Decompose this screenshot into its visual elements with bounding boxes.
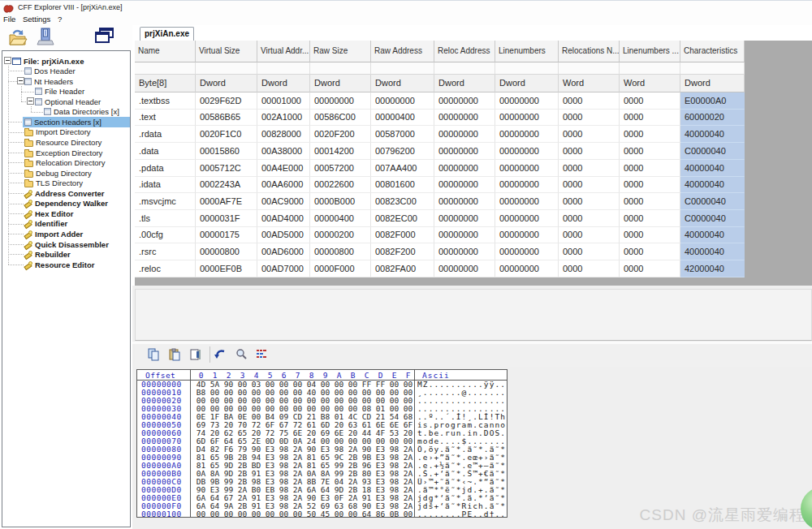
cell[interactable]: C0000040 [680, 193, 745, 210]
cell[interactable]: 0000 [559, 160, 620, 177]
cell[interactable]: 0000B000 [310, 193, 371, 210]
hex-ascii[interactable]: .e›+”ã˜*.eœ+›ã˜* [417, 454, 508, 462]
cell[interactable]: 00000000 [434, 227, 495, 243]
cell[interactable]: 0082EC00 [371, 210, 434, 227]
hex-byte[interactable]: 00 [222, 510, 235, 518]
cell[interactable]: 00015860 [196, 143, 257, 160]
cell[interactable]: 00000800 [310, 243, 371, 260]
hex-ascii[interactable]: ................ [417, 405, 508, 413]
hex-byte[interactable]: 00 [194, 510, 208, 518]
hex-ascii[interactable]: ........PE..d†.. [417, 510, 508, 518]
cell[interactable]: 00796200 [371, 143, 434, 160]
cell[interactable]: 0000 [620, 193, 680, 210]
menu-file[interactable]: File [3, 15, 15, 24]
menu-settings[interactable]: Settings [23, 15, 50, 24]
cell[interactable]: 00A38000 [257, 143, 310, 160]
cell[interactable]: 0000 [559, 126, 620, 143]
cell[interactable]: 00000400 [371, 110, 434, 126]
hex-ascii[interactable]: .e.+½ã˜*.e™+–ã˜* [417, 462, 508, 470]
cell[interactable]: 0000 [559, 243, 620, 260]
cell[interactable]: 00000000 [434, 210, 495, 227]
cell[interactable]: 00586C00 [310, 110, 371, 126]
cell[interactable]: 0000 [559, 260, 620, 277]
cell[interactable]: .rsrc [135, 243, 196, 260]
cell[interactable]: 00000000 [495, 92, 559, 110]
cell[interactable]: 00000200 [310, 227, 371, 243]
hex-byte[interactable]: 00 [249, 510, 263, 518]
cell[interactable]: 00000000 [310, 92, 371, 110]
cell[interactable]: 0005712C [196, 160, 257, 177]
cell[interactable]: 0029F62D [196, 92, 257, 110]
hex-byte[interactable]: 00 [208, 510, 222, 518]
expander-icon[interactable] [4, 57, 11, 64]
cell[interactable]: 40000040 [680, 160, 745, 177]
cell[interactable]: 0082F000 [371, 227, 434, 243]
column-header[interactable]: Virtual Size [196, 41, 257, 62]
cell[interactable]: 00000000 [495, 177, 559, 193]
cell[interactable]: 0000 [620, 177, 680, 193]
cell[interactable]: 002A1000 [257, 110, 310, 126]
cell[interactable]: 0000 [620, 143, 680, 160]
windows-switch-icon[interactable] [94, 27, 114, 48]
cell[interactable]: 00586B65 [196, 110, 257, 126]
tree-item-tls-directory[interactable]: TLS Directory [23, 178, 83, 188]
cell[interactable]: 00823C00 [371, 193, 434, 210]
cell[interactable]: 0020F1C0 [196, 126, 257, 143]
cell[interactable]: 0000 [559, 177, 620, 193]
column-header[interactable]: Virtual Addr... [257, 41, 310, 62]
cell[interactable]: C0000040 [680, 210, 745, 227]
expander-icon[interactable] [27, 97, 34, 105]
cell[interactable]: 40000040 [680, 243, 745, 260]
cell[interactable]: 0000 [620, 126, 680, 143]
cell[interactable]: .text [135, 110, 196, 126]
tree-item-rebuilder[interactable]: Rebuilder [23, 249, 71, 260]
cell[interactable]: 00000000 [495, 143, 559, 160]
cell[interactable]: 0000 [620, 227, 680, 243]
tree-item-resource-editor[interactable]: Resource Editor [23, 260, 94, 270]
cell[interactable]: 0082FA00 [371, 260, 434, 277]
cell[interactable]: 0000 [559, 92, 620, 110]
cell[interactable]: 0000AF7E [196, 193, 257, 210]
tree-item-identifier[interactable]: Identifier [23, 218, 67, 229]
column-header[interactable]: Raw Size [310, 41, 371, 62]
hex-byte[interactable]: 00 [332, 510, 346, 518]
cell[interactable]: 00014200 [310, 143, 371, 160]
cell[interactable]: E00000A0 [680, 92, 745, 110]
hex-settings-icon[interactable] [255, 348, 269, 362]
cell[interactable]: 00000000 [495, 110, 559, 126]
cell[interactable]: .00cfg [135, 227, 196, 243]
column-header[interactable]: Relocations N... [559, 41, 620, 62]
cell[interactable]: 0000 [620, 160, 680, 177]
cell[interactable]: 007AA400 [371, 160, 434, 177]
hex-ascii[interactable]: Û›™+˜ã˜*‹~.*“ã˜* [417, 478, 508, 486]
cell[interactable]: .msvcjmc [135, 193, 196, 210]
column-header[interactable]: Linenumbers [495, 41, 559, 62]
cell[interactable]: 00000400 [310, 210, 371, 227]
cell[interactable]: 00000000 [495, 243, 559, 260]
cell[interactable]: 00828000 [257, 126, 310, 143]
expander-icon[interactable] [17, 77, 24, 84]
cell[interactable]: 0000 [559, 110, 620, 126]
cell[interactable]: .data [135, 143, 196, 160]
cell[interactable]: 00AD5000 [257, 227, 310, 243]
tree-item-relocation-directory[interactable]: Relocation Directory [23, 157, 106, 168]
cell[interactable]: 00000000 [434, 126, 495, 143]
cell[interactable]: 00000000 [434, 92, 495, 110]
tree-item-resource-directory[interactable]: Resource Directory [23, 137, 102, 148]
hex-ascii[interactable]: mode....$....... [417, 437, 508, 445]
cell[interactable]: 00AA6000 [257, 177, 310, 193]
column-header[interactable]: Name [135, 41, 196, 62]
cell[interactable]: .pdata [135, 160, 196, 177]
column-header[interactable]: Raw Address [371, 41, 434, 62]
cell[interactable]: 0002243A [196, 177, 257, 193]
fill-icon[interactable] [189, 348, 203, 362]
cell[interactable]: 0082F200 [371, 243, 434, 260]
cell[interactable]: 00A4E000 [257, 160, 310, 177]
cell[interactable]: C0000040 [680, 143, 745, 160]
cell[interactable]: 0000 [559, 193, 620, 210]
cell[interactable]: 00000175 [196, 227, 257, 243]
column-header[interactable]: Characteristics [680, 41, 745, 62]
paste-icon[interactable] [168, 348, 182, 362]
cell[interactable]: 0000 [559, 227, 620, 243]
cell[interactable]: 0000F000 [310, 260, 371, 277]
